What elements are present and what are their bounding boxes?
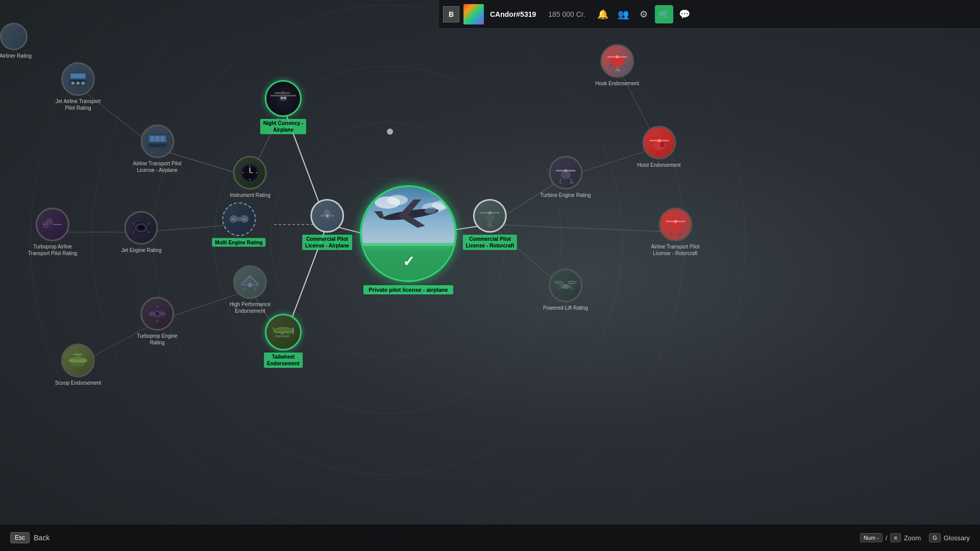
svg-point-107 [616,56,619,59]
svg-point-73 [273,334,275,337]
svg-point-116 [674,220,677,223]
powered-lift-label: Powered-Lift Rating [543,305,588,311]
svg-rect-41 [155,136,159,141]
b-button[interactable]: B [443,6,459,22]
node-airline-rotorcraft[interactable]: Airline Transport PilotLicense - Rotorcr… [651,208,699,257]
back-button[interactable]: Esc Back [10,532,50,543]
svg-point-75 [292,330,294,332]
svg-point-59 [387,195,408,205]
svg-rect-29 [284,97,286,99]
svg-rect-103 [656,153,662,154]
svg-point-88 [138,226,145,231]
svg-point-113 [562,284,569,289]
settings-button[interactable]: ⚙ [634,5,653,23]
esc-key[interactable]: Esc [10,532,30,543]
svg-point-77 [282,335,290,338]
tailwheel-label: TailwheelEndorsement [264,353,303,368]
zoom-label: Zoom [904,534,921,542]
node-powered-lift[interactable]: Powered-Lift Rating [543,269,588,311]
svg-point-46 [71,82,75,85]
shop-button[interactable]: 🛒 [655,5,673,23]
node-airline-transport[interactable]: Airline Transport PilotLicense - Airplan… [133,124,181,173]
header: B CAndor#5319 185 000 Cr. 🔔 👥 ⚙ 🛒 💬 [439,0,980,29]
glossary-label: Glossary [944,534,970,542]
svg-rect-28 [281,97,283,99]
hook-label: Hook Endorsement [595,80,639,87]
node-turbine-engine[interactable]: Turbine Engine Rating [540,156,591,198]
svg-point-81 [155,311,160,316]
turbine-engine-label: Turbine Engine Rating [540,192,591,198]
turboprop-airline-label: Turboprop AirlineTransport Pilot Rating [28,243,77,257]
svg-point-47 [77,82,80,85]
back-label: Back [34,534,50,542]
node-jet-airline[interactable]: Jet Airline TransportPilot Rating [56,62,101,111]
svg-rect-42 [160,136,164,141]
username-label: CAndor#5319 [486,10,540,18]
credits-display: 185 000 Cr. [542,10,591,18]
svg-point-104 [660,142,664,147]
bottom-controls: Num - / ≡ Zoom G Glossary [860,533,970,542]
svg-rect-26 [282,91,285,94]
scoop-label: Scoop Endorsement [55,380,102,386]
notification-button[interactable]: 🔔 [594,5,612,23]
turboprop-engine-label: Turboprop EngineRating [137,333,178,346]
node-instrument-rating[interactable]: Instrument Rating [230,156,271,198]
node-turboprop-engine[interactable]: Turboprop EngineRating [137,297,178,346]
node-multi-engine[interactable]: Multi Engine Rating [212,203,265,247]
svg-point-102 [657,139,660,142]
user-avatar [463,4,484,24]
zoom-control: Num - / ≡ Zoom [860,533,921,542]
private-pilot-label: Private pilot license - airplane [363,285,453,294]
svg-point-78 [248,283,252,287]
completed-indicator: ✓ [362,243,455,280]
node-scoop[interactable]: Scoop Endorsement [55,344,102,386]
node-turboprop-airline[interactable]: Turboprop AirlineTransport Pilot Rating [28,208,77,257]
svg-rect-24 [271,95,296,96]
glossary-key[interactable]: G [929,533,941,542]
node-hook[interactable]: Hook Endorsement [595,44,639,87]
airline-transport-label: Airline Transport PilotLicense - Airplan… [133,160,181,173]
svg-point-66 [488,211,492,214]
glossary-control: G Glossary [929,533,970,542]
svg-point-54 [232,218,234,220]
commercial-rotorcraft-label: Commercial PilotLicense - Rotorcraft [463,235,517,250]
airline-rotorcraft-label: Airline Transport PilotLicense - Rotorcr… [651,243,699,257]
instrument-rating-label: Instrument Rating [230,192,271,198]
node-tailwheel[interactable]: TailwheelEndorsement [264,314,303,368]
svg-point-56 [326,214,329,217]
hoist-label: Hoist Endorsement [637,162,680,168]
zoom-key[interactable]: Num - [860,533,883,542]
commercial-airplane-label: Commercial PilotLicense - Airplane [302,235,352,250]
node-edge-airliner[interactable]: y Airliner Rating [0,23,32,59]
node-jet-engine[interactable]: Jet Engine Rating [121,211,162,254]
zoom-key2[interactable]: ≡ [890,533,900,542]
node-commercial-airplane[interactable]: Commercial PilotLicense - Airplane [302,199,352,250]
svg-point-55 [243,218,246,220]
night-currency-label: Night Currency -Airplane [260,119,306,134]
center-node-private-pilot[interactable]: ✓ Private pilot license - airplane [360,185,457,294]
node-high-performance[interactable]: High PerformanceEndorsement [230,265,271,314]
svg-point-92 [71,363,85,367]
zoom-sep: / [886,534,888,542]
svg-point-97 [564,169,567,172]
bottom-bar: Esc Back Num - / ≡ Zoom G Glossary [0,524,980,551]
svg-point-48 [82,82,85,85]
multi-engine-label: Multi Engine Rating [212,238,265,247]
high-performance-label: High PerformanceEndorsement [230,301,271,314]
svg-point-90 [44,223,46,226]
node-night-currency[interactable]: Night Currency -Airplane [260,80,306,134]
background [0,0,980,551]
edge-airliner-label: y Airliner Rating [0,53,32,59]
jet-engine-label: Jet Engine Rating [121,247,162,254]
svg-point-76 [275,335,283,338]
friends-button[interactable]: 👥 [614,5,632,23]
svg-rect-70 [275,329,292,331]
svg-rect-40 [150,136,154,141]
chat-button[interactable]: 💬 [675,5,694,23]
jet-airline-label: Jet Airline TransportPilot Rating [56,98,101,111]
node-commercial-rotorcraft[interactable]: Commercial PilotLicense - Rotorcraft [463,199,517,250]
node-hoist[interactable]: Hoist Endorsement [637,126,680,168]
